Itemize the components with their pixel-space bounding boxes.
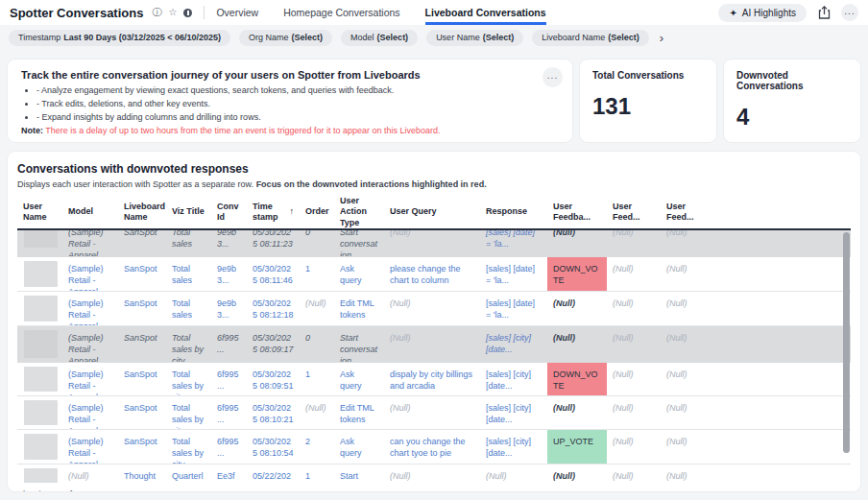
table-row[interactable]: (Sample) Retail - ApparelSanSpotTotal sa…	[17, 430, 851, 464]
cell-model[interactable]: (Sample) Retail - Apparel	[62, 363, 118, 395]
badge-icon[interactable]	[183, 9, 192, 17]
cell-response[interactable]: [sales] [date] = 'la...	[480, 230, 547, 256]
cell-liveboard-name[interactable]: ThoughtSpot Revenue	[118, 464, 166, 484]
cell-timestamp[interactable]: 05/30/2025 08:11:23	[247, 230, 300, 256]
table-row[interactable]: (Sample) Retail - ApparelSanSpotTotal sa…	[17, 257, 851, 292]
cell-timestamp[interactable]: 05/30/2025 08:09:51	[247, 363, 300, 395]
cell-viz-title[interactable]: Total sales by city	[166, 396, 211, 429]
cell-order[interactable]: 1	[300, 257, 334, 291]
share-button[interactable]	[815, 4, 832, 21]
favorite-star-icon[interactable]: ☆	[168, 8, 177, 17]
filter-chip-liveboard-name[interactable]: Liveboard Name(Select)	[532, 30, 649, 46]
table-row[interactable]: (Null)ThoughtSpot RevenueQuarterly Reven…	[17, 464, 851, 484]
cell-response[interactable]: [sales] [city] [date...	[480, 326, 547, 362]
cell-response[interactable]: [sales] [date] = 'la...	[480, 257, 547, 291]
vertical-scrollbar[interactable]	[843, 230, 850, 455]
cell-user-feedback[interactable]: UP_VOTE	[547, 430, 607, 464]
cell-response[interactable]: [sales] [date] = 'la...	[480, 292, 547, 325]
tab-homepage-conversations[interactable]: Homepage Conversations	[283, 0, 399, 25]
cell-viz-title[interactable]: Total sales by city	[166, 363, 211, 395]
cell-model[interactable]: (Sample) Retail - Apparel	[62, 326, 118, 362]
cell-timestamp[interactable]: 05/30/2025 08:10:21	[247, 396, 300, 429]
cell-user-action-type[interactable]: Ask query	[334, 363, 384, 395]
column-header-order[interactable]: Order	[300, 196, 334, 228]
info-card-more-button[interactable]: ...	[542, 67, 563, 87]
cell-order[interactable]: 2	[300, 430, 334, 464]
cell-timestamp[interactable]: 05/30/2025 08:12:18	[247, 292, 300, 325]
cell-timestamp[interactable]: 05/30/2025 08:11:46	[247, 257, 300, 291]
cell-timestamp[interactable]: 05/30/2025 08:09:17	[247, 326, 300, 362]
cell-timestamp[interactable]: 05/22/2025 18:55:24	[247, 464, 300, 484]
cell-user-feedback[interactable]: DOWN_VOTE	[547, 257, 607, 291]
cell-response[interactable]: [sales] [city] [date...	[480, 430, 547, 464]
cell-viz-title[interactable]: Total sales	[166, 230, 211, 256]
more-options-button[interactable]: ...	[841, 4, 858, 21]
column-header-timestamp[interactable]: Time stamp↑	[247, 196, 300, 228]
cell-user-query[interactable]: dispaly by city billings and arcadia	[384, 363, 480, 395]
column-header-user-query[interactable]: User Query	[384, 196, 480, 228]
cell-user-action-type[interactable]: Ask query	[334, 257, 384, 291]
column-header-viz-title[interactable]: Viz Title	[166, 196, 211, 228]
column-header-liveboard-name[interactable]: Liveboard Name	[118, 196, 166, 228]
filter-chip-org-name[interactable]: Org Name(Select)	[239, 30, 332, 46]
column-header-user-feedback[interactable]: User Feedba...	[547, 196, 607, 228]
table-row[interactable]: (Sample) Retail - ApparelSanSpotTotal sa…	[17, 292, 851, 326]
table-row[interactable]: (Sample) Retail - ApparelSanSpotTotal sa…	[17, 326, 851, 363]
filter-chip-model[interactable]: Model(Select)	[341, 30, 418, 46]
cell-order[interactable]: 0	[300, 230, 334, 256]
cell-user-action-type[interactable]: Start conversation	[334, 230, 384, 256]
cell-response[interactable]: [sales] [city] [date...	[480, 363, 547, 395]
column-header-user-action-type[interactable]: User Action Type	[334, 196, 384, 228]
cell-conv-id[interactable]: 9e9b3...	[211, 230, 247, 256]
cell-conv-id[interactable]: 9e9b3...	[211, 257, 247, 291]
column-header-conv-id[interactable]: Conv Id	[211, 196, 247, 228]
column-header-model[interactable]: Model	[62, 196, 118, 228]
cell-liveboard-name[interactable]: SanSpot	[118, 430, 166, 464]
cell-liveboard-name[interactable]: SanSpot	[118, 230, 166, 256]
cell-order[interactable]: 0	[300, 326, 334, 362]
tab-liveboard-conversations[interactable]: Liveboard Conversations	[425, 0, 546, 25]
filter-chip-timestamp[interactable]: TimestampLast 90 Days (03/12/2025 < 06/1…	[9, 30, 230, 46]
cell-conv-id[interactable]: 6f995...	[211, 430, 247, 464]
cell-order[interactable]: 1	[300, 363, 334, 395]
cell-viz-title[interactable]: Total sales by city	[166, 430, 211, 464]
column-header-user-feedback-3[interactable]: User Feed...	[661, 196, 711, 228]
cell-user-query[interactable]: can you change the chart tyoe to pie	[384, 430, 480, 464]
column-header-user-feedback-2[interactable]: User Feed...	[607, 196, 661, 228]
cell-user-action-type[interactable]: Edit TML tokens	[334, 292, 384, 325]
chevron-right-icon[interactable]: ›	[658, 32, 665, 44]
cell-conv-id[interactable]: Ee3fO...	[211, 464, 247, 484]
column-header-user-name[interactable]: User Name	[17, 196, 62, 228]
cell-conv-id[interactable]: 6f995...	[211, 396, 247, 429]
cell-conv-id[interactable]: 6f995...	[211, 326, 247, 362]
cell-liveboard-name[interactable]: SanSpot	[118, 363, 166, 395]
cell-liveboard-name[interactable]: SanSpot	[118, 292, 166, 325]
cell-user-action-type[interactable]: Start conversation	[334, 326, 384, 362]
cell-model[interactable]: (Sample) Retail - Apparel	[62, 430, 118, 464]
column-header-response[interactable]: Response	[480, 196, 547, 228]
cell-conv-id[interactable]: 6f995...	[211, 363, 247, 395]
cell-order[interactable]: 1	[300, 464, 334, 484]
cell-user-feedback[interactable]: DOWN_VOTE	[547, 363, 607, 395]
cell-user-query[interactable]: please change the chart to column	[384, 257, 480, 291]
scrollbar-thumb[interactable]	[843, 232, 850, 453]
cell-response[interactable]: [sales] [city] [date...	[480, 396, 547, 429]
info-icon[interactable]: ⓘ	[152, 8, 161, 17]
cell-liveboard-name[interactable]: SanSpot	[118, 257, 166, 291]
cell-timestamp[interactable]: 05/30/2025 08:10:54	[247, 430, 300, 464]
cell-model[interactable]: (Sample) Retail - Apparel	[62, 292, 118, 325]
table-row[interactable]: (Sample) Retail - ApparelSanSpotTotal sa…	[17, 363, 851, 396]
cell-model[interactable]: (Sample) Retail - Apparel	[62, 230, 118, 256]
ai-highlights-button[interactable]: ✦ AI Highlights	[718, 4, 807, 22]
cell-user-action-type[interactable]: Ask query	[334, 430, 384, 464]
cell-user-action-type[interactable]: Start conversation	[334, 464, 384, 484]
cell-viz-title[interactable]: Total sales by city	[166, 326, 211, 362]
filter-chip-user-name[interactable]: User Name(Select)	[426, 30, 523, 46]
cell-liveboard-name[interactable]: SanSpot	[118, 326, 166, 362]
cell-liveboard-name[interactable]: SanSpot	[118, 396, 166, 429]
cell-viz-title[interactable]: Total sales	[166, 257, 211, 291]
tab-overview[interactable]: Overview	[216, 0, 258, 25]
table-row[interactable]: (Sample) Retail - ApparelSanSpotTotal sa…	[17, 396, 851, 430]
cell-model[interactable]: (Sample) Retail - Apparel	[62, 257, 118, 291]
table-row[interactable]: (Sample) Retail - ApparelSanSpotTotal sa…	[17, 230, 851, 257]
